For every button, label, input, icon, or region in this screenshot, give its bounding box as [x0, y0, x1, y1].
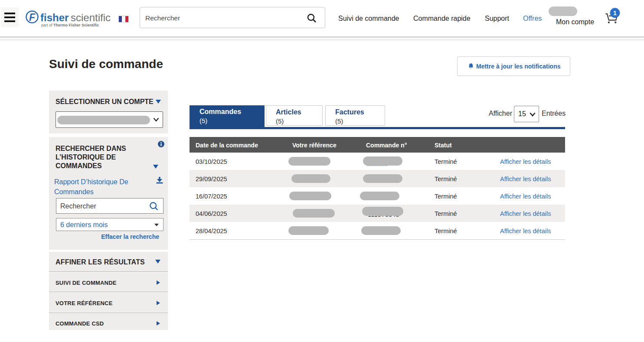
svg-text:F: F [29, 12, 36, 23]
svg-text:scientific: scientific [71, 12, 111, 23]
svg-text:part of Thermo Fisher Scientif: part of Thermo Fisher Scientific [41, 23, 99, 27]
svg-text:1: 1 [613, 10, 617, 16]
svg-text:fisher: fisher [40, 12, 69, 23]
